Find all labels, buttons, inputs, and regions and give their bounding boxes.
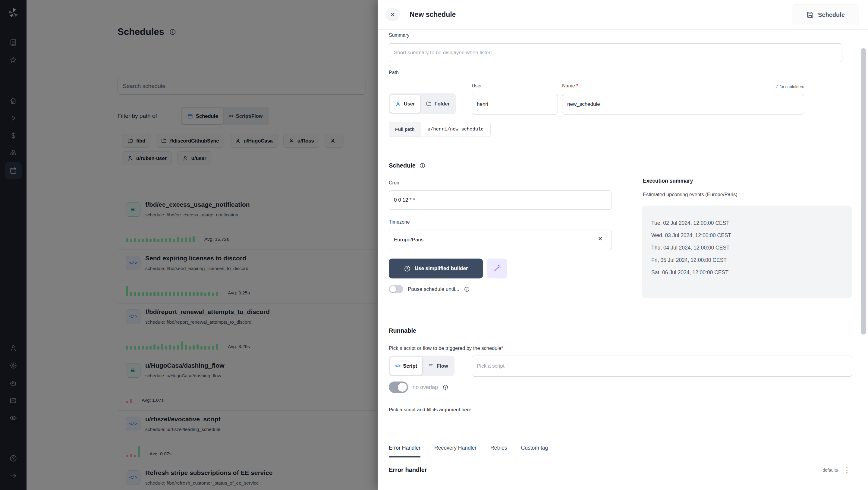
handler-tabs: Error HandlerRecovery HandlerRetriesCust… bbox=[389, 445, 548, 457]
save-icon bbox=[806, 11, 814, 19]
owner-kind-toggle: UserFolder bbox=[389, 93, 456, 114]
tab-retries[interactable]: Retries bbox=[490, 445, 507, 457]
upcoming-event: Thu, 04 Jul 2024, 12:00:00 CEST bbox=[651, 242, 852, 254]
schedule-section-heading: Schedule bbox=[389, 162, 426, 169]
toggle-option-script[interactable]: </>Script bbox=[390, 357, 422, 375]
builder-button-label: Use simplified builder bbox=[415, 266, 468, 272]
info-icon[interactable] bbox=[442, 384, 448, 390]
summary-label: Summary bbox=[389, 33, 409, 38]
cron-input[interactable] bbox=[389, 190, 612, 210]
user-label: User bbox=[472, 83, 482, 89]
timezone-input[interactable] bbox=[389, 229, 612, 250]
clock-icon bbox=[404, 265, 411, 272]
toggle-option-label: User bbox=[404, 101, 415, 107]
ai-wand-button[interactable] bbox=[487, 258, 507, 278]
clear-timezone-icon[interactable]: ✕ bbox=[598, 235, 603, 242]
full-path-row: Full path u/henri/new_schedule bbox=[389, 122, 491, 137]
fill-argument-hint: Pick a script and fill its argument here bbox=[389, 407, 471, 412]
full-path-label: Full path bbox=[389, 122, 421, 137]
simplified-builder-button[interactable]: Use simplified builder bbox=[389, 258, 483, 278]
wand-icon bbox=[493, 265, 501, 272]
tab-recovery-handler[interactable]: Recovery Handler bbox=[434, 445, 476, 457]
full-path-value: u/henri/new_schedule bbox=[421, 122, 491, 137]
submit-label: Schedule bbox=[818, 11, 845, 19]
required-asterisk: * bbox=[576, 83, 578, 88]
scrollbar-track bbox=[859, 29, 859, 490]
no-overlap-toggle[interactable] bbox=[389, 381, 408, 393]
upcoming-event: Wed, 03 Jul 2024, 12:00:00 CEST bbox=[651, 229, 852, 242]
toggle-option-flow[interactable]: Flow bbox=[423, 357, 453, 375]
tab-custom-tag[interactable]: Custom tag bbox=[521, 445, 548, 457]
code-icon: </> bbox=[395, 364, 400, 368]
tab-error-handler[interactable]: Error Handler bbox=[389, 445, 421, 457]
upcoming-events-box: Tue, 02 Jul 2024, 12:00:00 CESTWed, 03 J… bbox=[642, 206, 852, 298]
pick-script-input[interactable] bbox=[472, 356, 852, 377]
pick-runnable-label: Pick a script or flow to be triggered by… bbox=[389, 345, 503, 351]
tabs-divider bbox=[389, 459, 852, 459]
pause-schedule-toggle[interactable] bbox=[389, 285, 403, 293]
no-overlap-label: no overlap bbox=[412, 384, 438, 391]
no-overlap-row: no overlap bbox=[389, 381, 448, 393]
toggle-option-label: Flow bbox=[437, 363, 448, 369]
schedule-submit-button[interactable]: Schedule bbox=[792, 4, 859, 25]
info-icon[interactable] bbox=[464, 286, 470, 292]
toggle-option-label: Script bbox=[403, 363, 417, 369]
cron-label: Cron bbox=[389, 180, 399, 186]
pause-schedule-label: Pause schedule until... bbox=[408, 286, 459, 292]
pause-schedule-row: Pause schedule until... bbox=[389, 285, 470, 293]
runnable-kind-toggle: </>ScriptFlow bbox=[389, 356, 455, 376]
user-input[interactable] bbox=[472, 94, 558, 115]
drawer-title: New schedule bbox=[410, 0, 456, 29]
toggle-option-folder[interactable]: Folder bbox=[421, 95, 455, 113]
required-asterisk: * bbox=[501, 345, 503, 351]
folder-icon bbox=[426, 101, 432, 107]
defaults-label: defaults bbox=[823, 468, 838, 472]
timezone-label: Timezone bbox=[389, 219, 410, 225]
toggle-option-label: Folder bbox=[435, 101, 450, 107]
execution-summary-heading: Execution summary bbox=[643, 178, 693, 184]
new-schedule-drawer: ✕ New schedule Schedule Summary Path Use… bbox=[378, 0, 868, 490]
summary-input[interactable] bbox=[389, 43, 842, 62]
toggle-option-user[interactable]: User bbox=[390, 95, 420, 113]
upcoming-event: Tue, 02 Jul 2024, 12:00:00 CEST bbox=[651, 217, 852, 229]
drawer-header: ✕ New schedule Schedule bbox=[378, 0, 868, 30]
name-input[interactable] bbox=[562, 94, 804, 115]
upcoming-event: Fri, 05 Jul 2024, 12:00:00 CEST bbox=[651, 254, 852, 266]
subfolder-hint: '/' for subfolders bbox=[776, 84, 804, 89]
user-icon bbox=[395, 101, 401, 107]
upcoming-event: Sat, 06 Jul 2024, 12:00:00 CEST bbox=[651, 266, 852, 279]
runnable-section-heading: Runnable bbox=[389, 327, 416, 334]
lines-icon bbox=[428, 363, 434, 369]
path-label: Path bbox=[389, 70, 399, 75]
execution-summary-subheading: Estimated upcoming events (Europe/Paris) bbox=[643, 192, 738, 197]
close-icon[interactable]: ✕ bbox=[386, 7, 400, 21]
scrollbar-thumb[interactable] bbox=[861, 48, 866, 335]
error-handler-heading: Error handler bbox=[389, 466, 427, 473]
kebab-menu-icon[interactable]: ⋮ bbox=[843, 466, 850, 474]
error-handler-actions: defaults ⋮ bbox=[823, 466, 850, 474]
app-window: Schedules Filter by path of Schedule<>Sc… bbox=[0, 0, 868, 490]
info-icon[interactable] bbox=[419, 162, 426, 169]
name-label: Name * bbox=[562, 83, 578, 89]
